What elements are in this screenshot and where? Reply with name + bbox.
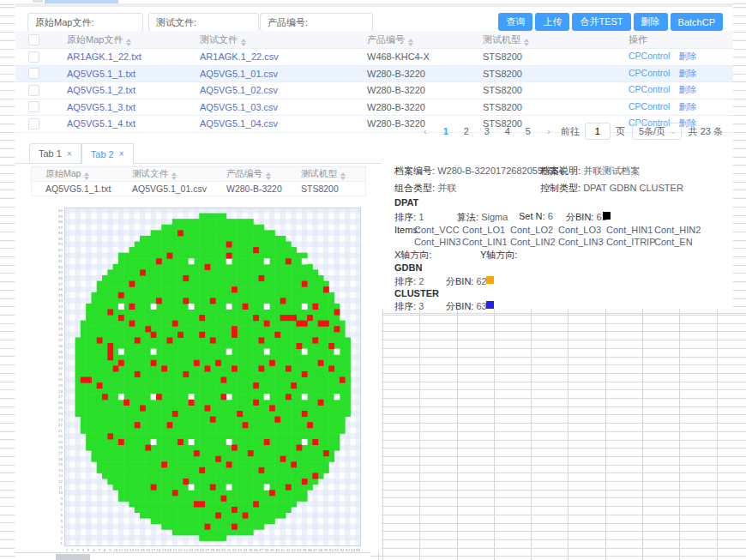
sort-carets-icon[interactable] bbox=[524, 39, 529, 46]
delete-link[interactable]: 删除 bbox=[678, 84, 696, 94]
row-checkbox[interactable] bbox=[28, 68, 39, 79]
tab-1[interactable]: Tab 1× bbox=[29, 143, 81, 163]
sort-desc-icon bbox=[340, 177, 346, 180]
table-row[interactable]: AQ5VG5.1_2.txtAQ5VG5.1_02.csvW280-B-3220… bbox=[15, 82, 733, 99]
test-file-cell: AQ5VG5.1_02.csv bbox=[184, 85, 352, 95]
map-file-link[interactable]: AQ5VG5.1_4.txt bbox=[67, 118, 135, 129]
batchcp-button[interactable]: BatchCP bbox=[671, 13, 723, 31]
column-header-1[interactable]: 原始Map文件 bbox=[51, 33, 184, 46]
table-row[interactable]: AQ5VG5.1_3.txtAQ5VG5.1_03.csvW280-B-3220… bbox=[15, 99, 733, 117]
test-file-link[interactable]: AQ5VG5.1_02.csv bbox=[200, 85, 278, 95]
row-checkbox[interactable] bbox=[28, 85, 39, 96]
dpat-item: Cont_ITRIP bbox=[606, 237, 654, 247]
page-size-select[interactable]: 5条/页⌄ bbox=[632, 123, 682, 140]
query-button[interactable]: 查询 bbox=[498, 13, 532, 31]
sort-desc-icon bbox=[524, 43, 529, 46]
product-no-filter-input[interactable] bbox=[313, 15, 372, 30]
browser-tab-edge bbox=[33, 0, 43, 3]
selected-file-table: 原始Map测试文件产品编号测试机型AQ5VG5.1_1.txtAQ5VG5.1_… bbox=[31, 166, 366, 196]
sort-carets-icon[interactable] bbox=[241, 39, 246, 46]
subtable-header-2[interactable]: 测试文件 bbox=[123, 168, 218, 180]
subtable-header-3[interactable]: 产品编号 bbox=[218, 168, 292, 180]
test-file-cell: AR1AGK.1_22.csv bbox=[184, 51, 352, 62]
cpcontrol-link[interactable]: CPControl bbox=[629, 101, 670, 111]
combo-type-value: 并联 bbox=[437, 183, 456, 193]
column-header-3[interactable]: 产品编号 bbox=[352, 33, 467, 46]
row-checkbox[interactable] bbox=[28, 101, 39, 112]
control-type-label: 控制类型: bbox=[540, 183, 581, 193]
select-all-checkbox[interactable] bbox=[28, 34, 39, 45]
prev-page-button[interactable]: ‹ bbox=[417, 125, 434, 137]
map-file-link[interactable]: AQ5VG5.1_3.txt bbox=[67, 102, 135, 112]
cpcontrol-link[interactable]: CPControl bbox=[629, 51, 670, 61]
sort-carets-icon bbox=[171, 172, 177, 180]
sort-desc-icon bbox=[84, 177, 89, 180]
table-row[interactable]: AQ5VG5.1_1.txtAQ5VG5.1_01.csvW280-B-3220… bbox=[15, 66, 733, 83]
file-desc-label: 档案说明: bbox=[540, 166, 581, 176]
map-file-filter-input[interactable] bbox=[99, 15, 142, 30]
merge-test-button[interactable]: 合并TEST bbox=[572, 13, 630, 31]
test-file-link[interactable]: AQ5VG5.1_03.csv bbox=[200, 102, 278, 112]
map-file-link[interactable]: AQ5VG5.1_2.txt bbox=[67, 85, 135, 95]
column-header-label: 操作 bbox=[629, 34, 647, 45]
dpat-item: Cont_HIN3 bbox=[414, 237, 462, 247]
map-file-link[interactable]: AQ5VG5.1_1.txt bbox=[67, 69, 135, 79]
cpcontrol-link[interactable]: CPControl bbox=[629, 68, 670, 78]
subtable-header-4[interactable]: 测试机型 bbox=[292, 168, 365, 180]
next-page-button[interactable]: › bbox=[540, 125, 557, 137]
close-icon[interactable]: × bbox=[67, 149, 72, 159]
gdbn-bin-color-swatch bbox=[486, 276, 494, 284]
test-file-link[interactable]: AR1AGK.1_22.csv bbox=[200, 51, 279, 62]
dpat-setn-pair: Set N: 6 bbox=[519, 211, 553, 221]
goto-page-input[interactable] bbox=[585, 123, 611, 140]
row-checkbox-cell bbox=[15, 101, 51, 112]
cluster-bin-value: 63 bbox=[476, 301, 486, 311]
delete-link[interactable]: 删除 bbox=[678, 51, 696, 61]
table-header-row: 原始Map文件测试文件产品编号测试机型操作 bbox=[15, 31, 733, 49]
map-file-cell: AQ5VG5.1_1.txt bbox=[51, 69, 184, 79]
product-no-cell: W280-B-3220 bbox=[352, 85, 467, 95]
gdbn-sort-value: 2 bbox=[418, 276, 424, 286]
sort-carets-icon[interactable] bbox=[408, 39, 413, 46]
row-checkbox[interactable] bbox=[28, 118, 39, 129]
subtable-header-label: 测试文件 bbox=[132, 168, 168, 178]
dpat-algo-label: 算法: bbox=[457, 212, 478, 222]
map-file-link[interactable]: AR1AGK.1_22.txt bbox=[67, 51, 141, 62]
delete-link[interactable]: 删除 bbox=[678, 101, 696, 111]
page-size-value: 5条/页 bbox=[639, 125, 665, 138]
cpcontrol-link[interactable]: CPControl bbox=[629, 84, 670, 94]
test-file-link[interactable]: AQ5VG5.1_04.csv bbox=[200, 118, 278, 129]
subtable-header-1[interactable]: 原始Map bbox=[32, 168, 123, 180]
upload-button[interactable]: 上传 bbox=[535, 13, 569, 31]
y-axis-label: Y轴方向: bbox=[480, 250, 517, 260]
combo-type-label: 组合类型: bbox=[394, 183, 435, 193]
dpat-item: Cont_EN bbox=[654, 237, 702, 247]
dpat-bin-color-swatch bbox=[603, 212, 611, 220]
sort-carets-icon bbox=[340, 172, 346, 180]
page-number-5[interactable]: 5 bbox=[520, 125, 537, 137]
dpat-bin-label: 分BIN: bbox=[566, 212, 593, 222]
sort-desc-icon bbox=[171, 177, 177, 180]
close-icon[interactable]: × bbox=[119, 149, 124, 159]
page-number-2[interactable]: 2 bbox=[458, 125, 475, 137]
dpat-item: Cont_LIN3 bbox=[558, 237, 606, 247]
sort-carets-icon[interactable] bbox=[126, 39, 131, 46]
tab-2[interactable]: Tab 2× bbox=[81, 143, 134, 164]
sort-asc-icon bbox=[408, 39, 413, 42]
page-word: 页 bbox=[616, 125, 625, 138]
column-header-4[interactable]: 测试机型 bbox=[467, 33, 613, 46]
test-file-link[interactable]: AQ5VG5.1_01.csv bbox=[200, 69, 278, 79]
row-checkbox[interactable] bbox=[28, 51, 39, 63]
delete-link[interactable]: 删除 bbox=[678, 68, 696, 78]
test-file-filter-input[interactable] bbox=[202, 15, 258, 30]
row-checkbox-cell bbox=[15, 118, 51, 129]
page-number-4[interactable]: 4 bbox=[499, 125, 516, 137]
test-file-filter-label: 测试文件: bbox=[149, 16, 202, 29]
delete-button[interactable]: 删除 bbox=[634, 13, 668, 31]
table-row[interactable]: AR1AGK.1_22.txtAR1AGK.1_22.csvW468-KHC4-… bbox=[15, 49, 733, 66]
column-header-2[interactable]: 测试文件 bbox=[184, 33, 352, 46]
file-no-label: 档案编号: bbox=[394, 166, 435, 176]
sort-desc-icon bbox=[266, 177, 271, 180]
page-number-3[interactable]: 3 bbox=[478, 125, 496, 137]
page-number-1[interactable]: 1 bbox=[437, 125, 454, 137]
